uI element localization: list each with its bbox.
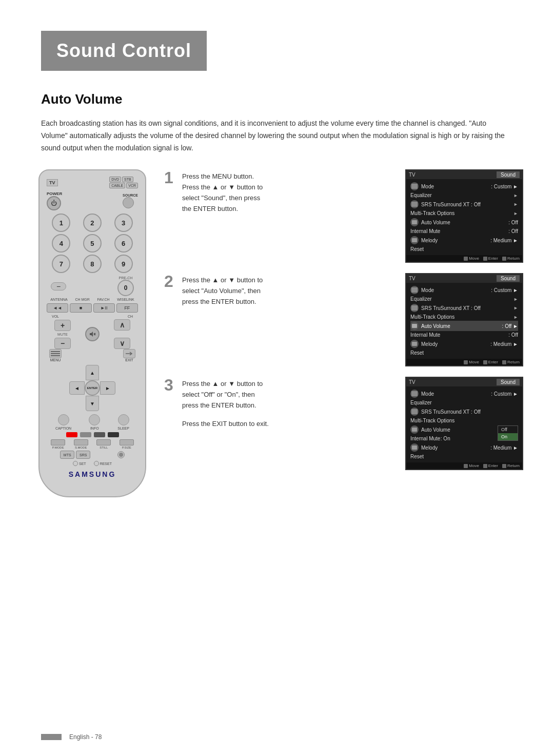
num-8-button[interactable]: 8 (83, 255, 102, 273)
vol-down-button[interactable]: − (54, 338, 71, 349)
num-0-button[interactable]: 0 (117, 280, 134, 296)
dpad-container: ▲ ▼ ◄ ► ENTER (47, 365, 138, 411)
stop-button[interactable]: ■ (70, 303, 91, 313)
page-footer: English - 78 (41, 733, 102, 741)
play-pause-button[interactable]: ►II (93, 303, 115, 313)
gray1-button[interactable] (80, 432, 91, 437)
still-rect[interactable] (96, 439, 111, 445)
vol-ch-controls: + MUTE − ∧ ∨ (54, 319, 130, 349)
srs-button[interactable]: SRS (76, 451, 90, 459)
melody-value-1: : Medium ► (490, 238, 518, 243)
num-4-button[interactable]: 4 (52, 234, 70, 253)
input-icon-3 (410, 390, 419, 398)
num-9-button[interactable]: 9 (114, 255, 133, 273)
num-7-button[interactable]: 7 (52, 255, 70, 273)
im-value-1: : Off (508, 228, 518, 234)
im-label-2: Internal Mute (410, 332, 440, 338)
vol-ch-row: VOL CH (52, 315, 133, 318)
set-circle[interactable] (73, 461, 78, 466)
num-2-button[interactable]: 2 (83, 214, 102, 232)
dark-button[interactable] (108, 432, 119, 437)
exit-icon-svg (125, 351, 134, 357)
eq-arrow-2: ► (513, 297, 518, 302)
num-6-button[interactable]: 6 (114, 234, 133, 253)
cable-btn[interactable]: CABLE (109, 183, 125, 188)
dpad-right-button[interactable]: ► (100, 381, 115, 395)
mts-button[interactable]: MTS (60, 451, 74, 459)
vcr-btn[interactable]: VCR (126, 183, 138, 188)
return-icon-2 (502, 360, 506, 364)
dpad-up-button[interactable]: ▲ (86, 365, 99, 380)
sound-icon-3 (410, 425, 419, 434)
p-mode-rect[interactable] (51, 439, 65, 445)
still-label: STILL (100, 446, 108, 449)
ff-button[interactable]: FF (116, 303, 138, 313)
power-button[interactable]: ⏻ (47, 196, 61, 210)
tv-menu-2-body: Mode : Custom ► Equalizer ► SRS TruSurro… (406, 283, 522, 359)
p-size-rect[interactable] (120, 439, 134, 445)
num-1-button[interactable]: 1 (52, 214, 70, 232)
reset-label-1: Reset (410, 246, 424, 252)
picture-icon-2 (410, 304, 419, 312)
tv-icon-col-srs-2: SRS TruSurround XT : Off (410, 304, 481, 312)
step-1-left: 1 Press the MENU button. Press the ▲ or … (164, 169, 398, 222)
channel-control: ∧ ∨ (114, 319, 130, 349)
enter-item-2: Enter (483, 360, 498, 364)
dpad-left-button[interactable]: ◄ (69, 381, 85, 395)
p-mode-label: P.MODE (52, 446, 64, 449)
dpad-down-button[interactable]: ▼ (86, 396, 99, 411)
im-value-2: : Off (508, 332, 518, 338)
channel-img-2 (412, 342, 417, 346)
rew-button[interactable]: ◄◄ (47, 303, 68, 313)
input-icon-2 (410, 286, 419, 294)
channel-icon-1 (410, 236, 419, 244)
move-icon-2 (464, 360, 468, 364)
step-2-content: 2 Press the ▲ or ▼ button to select "Aut… (164, 273, 398, 307)
enter-button[interactable]: ENTER (85, 380, 100, 396)
mts-srs-row: MTS SRS (47, 451, 138, 459)
section-title: Auto Volume (41, 91, 513, 107)
tv-menu-3-body: Mode : Custom ► Equalizer SRS TruSurroun… (406, 386, 522, 462)
picture-img-2 (411, 305, 418, 311)
input-img-2 (411, 287, 418, 293)
tv-row-srs-2: SRS TruSurround XT : Off ► (410, 303, 518, 313)
eq-label-3: Equalizer (410, 400, 432, 405)
red-button[interactable] (66, 432, 77, 437)
tv-icon-col-av-3: Auto Volume (410, 425, 450, 434)
minus-button[interactable]: − (51, 282, 66, 290)
record-button[interactable] (117, 451, 125, 458)
s-mode-rect[interactable] (74, 439, 88, 445)
vol-up-button[interactable]: + (54, 320, 71, 331)
step-3-number: 3 (164, 377, 174, 393)
im-value-3: : On (441, 436, 450, 441)
info-circle[interactable] (89, 414, 100, 425)
menu-icon (49, 349, 62, 358)
sleep-circle[interactable] (118, 414, 129, 425)
gray2-button[interactable] (94, 432, 105, 437)
tv-row-reset-3: Reset (410, 453, 518, 460)
tv-icon-col-mel-2: Melody (410, 340, 438, 348)
power-section: POWER ⏻ (47, 191, 62, 210)
remote-top-row: TV DVD STB CABLE VCR (47, 177, 138, 188)
source-button[interactable] (123, 197, 134, 208)
dvd-btn[interactable]: DVD (109, 177, 121, 182)
tv-row-srs-1: SRS TruSurround XT : Off ► (410, 199, 518, 209)
mute-button[interactable] (85, 327, 100, 341)
move-item-1: Move (464, 256, 479, 261)
reset-label-2: Reset (410, 350, 424, 356)
return-icon-3 (502, 464, 506, 468)
mute-label-text: MUTE (57, 333, 68, 336)
sound-img-3 (412, 428, 417, 432)
ch-down-button[interactable]: ∨ (114, 338, 130, 349)
tv-row-mto-2: Multi-Track Options ► (410, 313, 518, 321)
mts-group: MTS SRS (60, 451, 90, 459)
num-5-button[interactable]: 5 (83, 234, 102, 253)
reset-circle[interactable] (94, 461, 99, 466)
num-3-button[interactable]: 3 (114, 214, 133, 232)
srs-label-2: SRS TruSurround XT : Off (421, 305, 481, 311)
ch-up-button[interactable]: ∧ (114, 319, 130, 331)
record-inner (119, 453, 123, 457)
caption-circle[interactable] (58, 414, 69, 425)
move-item-3: Move (464, 463, 479, 468)
stb-btn[interactable]: STB (122, 177, 133, 182)
